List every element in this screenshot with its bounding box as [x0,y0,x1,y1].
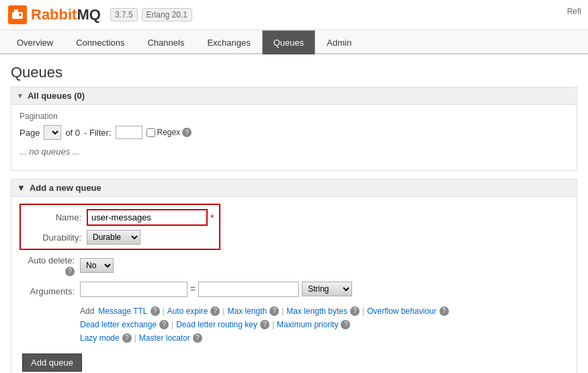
add-queue-button-container: Add queue [22,349,569,372]
durability-row: Durability: Durable Transient [26,230,214,245]
page-select[interactable] [44,125,61,140]
add-queue-title: Add a new queue [30,183,101,193]
filter-input[interactable] [116,126,142,139]
arguments-fields: = String Number Boolean List [80,282,352,297]
autodelete-row: Auto delete: ? No Yes [19,255,569,276]
all-queues-header[interactable]: ▼ All queues (0) [11,87,577,105]
all-queues-body: Pagination Page of 0 - Filter: Regex ? .… [11,105,577,170]
autodelete-help-icon[interactable]: ? [65,267,75,276]
svg-rect-1 [14,9,18,13]
auto-expire-help-icon[interactable]: ? [210,306,220,316]
pagination-row: Page of 0 - Filter: Regex ? [19,125,569,140]
max-length-bytes-help-icon[interactable]: ? [350,306,360,316]
version-badge: 3.7.5 [110,8,138,22]
main-content: Queues ▼ All queues (0) Pagination Page … [0,54,588,373]
master-locator-help-icon[interactable]: ? [193,333,202,343]
svg-point-2 [19,13,22,16]
rabbitmq-logo-icon [8,5,27,24]
add-link-master-locator[interactable]: Master locator [139,333,190,343]
all-queues-arrow-icon: ▼ [17,92,24,99]
queue-name-input[interactable] [87,209,208,226]
add-link-message-ttl[interactable]: Message TTL [98,306,147,316]
logo: RabbitMQ [8,5,101,24]
add-link-maximum-priority[interactable]: Maximum priority [277,320,338,329]
nav: Overview Connections Channels Exchanges … [0,30,588,54]
all-queues-section: ▼ All queues (0) Pagination Page of 0 - … [11,87,577,171]
autodelete-select[interactable]: No Yes [80,258,114,273]
add-links-row1: Add Message TTL ? | Auto expire ? | Max … [80,306,569,316]
arguments-key-input[interactable] [80,282,187,297]
autodelete-field: No Yes [80,258,114,273]
of-label: of 0 [65,128,80,138]
add-label: Add [80,306,94,316]
all-queues-title: All queues (0) [28,91,85,101]
lazy-mode-help-icon[interactable]: ? [122,333,132,343]
durability-field: Durable Transient [87,230,140,245]
dead-letter-routing-key-help-icon[interactable]: ? [260,320,269,329]
add-link-auto-expire[interactable]: Auto expire [167,306,208,316]
add-links-row3: Lazy mode ? | Master locator ? [80,333,569,343]
no-queues-message: ... no queues ... [19,147,569,157]
regex-label: Regex ? [146,128,192,137]
filter-label: - Filter: [84,128,111,138]
nav-admin[interactable]: Admin [315,30,363,54]
add-link-lazy-mode[interactable]: Lazy mode [80,333,120,343]
autodelete-label: Auto delete: ? [19,255,80,276]
maximum-priority-help-icon[interactable]: ? [341,320,350,329]
nav-channels[interactable]: Channels [136,30,196,54]
durability-label: Durability: [26,233,87,243]
nav-exchanges[interactable]: Exchanges [196,30,261,54]
pagination-label: Pagination [19,112,569,121]
arguments-label: Arguments: [19,286,80,296]
nav-connections[interactable]: Connections [65,30,136,54]
erlang-badge: Erlang 20.1 [142,8,192,22]
overflow-behaviour-help-icon[interactable]: ? [439,306,449,316]
refresh-label: Refi [567,7,581,16]
add-queue-arrow-icon: ▼ [17,183,26,193]
add-links-row2: Dead letter exchange ? | Dead letter rou… [80,320,569,329]
arguments-row: Arguments: = String Number Boolean List [19,282,569,301]
header: RabbitMQ 3.7.5 Erlang 20.1 Refi [0,0,588,30]
add-queue-section: ▼ Add a new queue Name: * Durability: [11,179,577,373]
add-queue-button[interactable]: Add queue [22,354,82,372]
arguments-value-input[interactable] [198,282,299,297]
name-label: Name: [26,212,87,222]
name-row: Name: * [26,209,214,226]
name-durability-highlight: Name: * Durability: Durable Transient [19,204,220,250]
page-label: Page [19,128,40,138]
name-field: * [87,209,214,226]
nav-overview[interactable]: Overview [5,30,65,54]
equals-sign: = [190,284,196,294]
add-queue-form: Name: * Durability: Durable Transient [11,197,577,373]
logo-text: RabbitMQ [31,6,101,24]
nav-queues[interactable]: Queues [262,30,316,54]
page-title: Queues [11,64,577,81]
add-link-max-length-bytes[interactable]: Max length bytes [286,306,347,316]
dead-letter-exchange-help-icon[interactable]: ? [159,320,169,329]
add-queue-header[interactable]: ▼ Add a new queue [11,179,577,197]
arguments-type-select[interactable]: String Number Boolean List [302,282,352,296]
add-link-dead-letter-exchange[interactable]: Dead letter exchange [80,320,157,329]
regex-text: Regex [157,128,181,137]
regex-help-icon[interactable]: ? [182,128,192,137]
required-star: * [210,212,214,223]
add-link-overflow-behaviour[interactable]: Overflow behaviour [367,306,436,316]
add-link-max-length[interactable]: Max length [227,306,267,316]
regex-checkbox[interactable] [146,128,155,137]
add-link-dead-letter-routing-key[interactable]: Dead letter routing key [176,320,257,329]
message-ttl-help-icon[interactable]: ? [151,306,160,316]
max-length-help-icon[interactable]: ? [269,306,279,316]
durability-select[interactable]: Durable Transient [87,230,140,245]
